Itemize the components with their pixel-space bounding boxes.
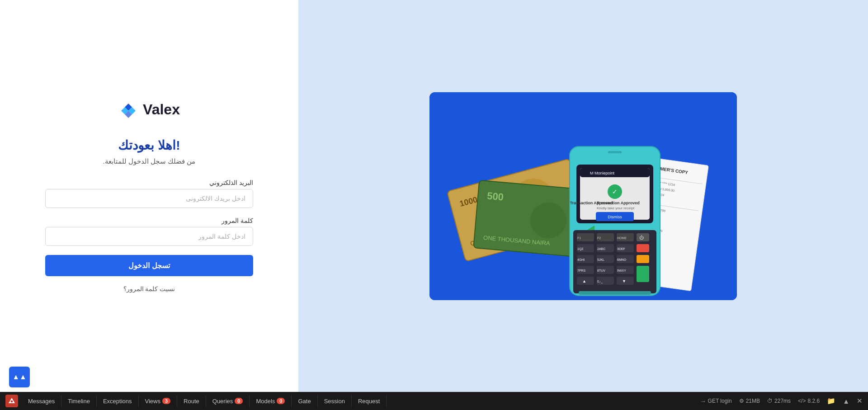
debug-folder-icon[interactable]: 📁 (827, 397, 835, 405)
debug-tab-route[interactable]: Route (177, 395, 206, 407)
debug-expand-icon[interactable]: ▲ (843, 397, 849, 405)
svg-text:6MNO: 6MNO (617, 258, 627, 261)
arrow-right-icon: → (700, 398, 706, 405)
queries-badge: 0 (235, 398, 243, 404)
svg-text:F1: F1 (577, 236, 581, 240)
welcome-subtitle: من فضلك سجل الدخول للمتابعة. (45, 157, 253, 165)
logo-area: Valex (118, 100, 180, 120)
debug-version: </> 8.2.6 (798, 398, 820, 404)
models-badge: 0 (277, 398, 285, 404)
svg-text:✓: ✓ (612, 188, 618, 195)
debug-tab-gate[interactable]: Gate (292, 395, 317, 407)
debug-tab-request[interactable]: Request (352, 395, 387, 407)
svg-rect-29 (608, 151, 622, 153)
debug-toolbar: Messages Timeline Exceptions Views 3 Rou… (0, 392, 868, 410)
debug-close-icon[interactable]: ✕ (857, 397, 863, 405)
svg-text:4GHI: 4GHI (577, 258, 585, 261)
debug-tab-queries[interactable]: Queries 0 (206, 395, 250, 407)
svg-text:M Moniepoint: M Moniepoint (590, 171, 615, 175)
svg-text:Transaction Approved: Transaction Approved (597, 201, 640, 205)
svg-text:▲: ▲ (582, 279, 586, 283)
forgot-password-link[interactable]: نسيت كلمة المرور؟ (45, 285, 253, 292)
svg-rect-57 (637, 244, 649, 252)
svg-text:8TUV: 8TUV (597, 269, 605, 272)
login-form: !اهلا بعودتك من فضلك سجل الدخول للمتابعة… (45, 138, 253, 292)
views-badge: 3 (162, 398, 170, 404)
debug-time: ⏱ 227ms (767, 398, 791, 404)
email-label: البريد الذلكتروني (45, 179, 253, 186)
svg-text:1QZ: 1QZ (577, 247, 584, 251)
debug-right-info: → GET login ⚙ 21MB ⏱ 227ms </> 8.2.6 📁 ▲… (700, 397, 863, 405)
svg-text:500: 500 (486, 190, 504, 203)
svg-text:Dismiss: Dismiss (608, 215, 622, 219)
scroll-up-icon: ▲▲ (12, 373, 27, 381)
valex-diamond-icon (118, 100, 138, 120)
svg-text:Kindly take your receipt: Kindly take your receipt (597, 206, 635, 210)
login-button[interactable]: تسجل الدخول (45, 255, 253, 276)
password-label: كلمة المرور (45, 217, 253, 224)
password-input[interactable] (45, 227, 253, 246)
svg-rect-71 (637, 266, 649, 282)
svg-text:F2: F2 (597, 236, 601, 240)
debug-tab-session[interactable]: Session (318, 395, 352, 407)
debug-tab-models[interactable]: Models 0 (250, 395, 292, 407)
svg-rect-64 (637, 255, 649, 263)
debug-logo-icon (8, 397, 16, 405)
logo-text: Valex (143, 101, 180, 118)
code-icon: </> (798, 398, 806, 404)
right-panel: 1000 CENTRAL BANK 500 ONE THOUSAND NAIRA (298, 0, 868, 392)
hero-image: 1000 CENTRAL BANK 500 ONE THOUSAND NAIRA (429, 92, 737, 300)
scroll-up-button[interactable]: ▲▲ (9, 367, 30, 387)
clock-icon: ⏱ (767, 398, 773, 404)
left-panel: Valex !اهلا بعودتك من فضلك سجل الدخول لل… (0, 0, 298, 392)
svg-rect-78 (579, 291, 651, 295)
svg-text:3DEF: 3DEF (617, 247, 625, 250)
svg-text:▼: ▼ (622, 279, 626, 283)
debug-tab-views[interactable]: Views 3 (139, 395, 178, 407)
svg-text:HOME: HOME (617, 236, 627, 240)
debug-tab-exceptions[interactable]: Exceptions (97, 395, 139, 407)
svg-text:5JKL: 5JKL (597, 258, 604, 261)
svg-text:⏻: ⏻ (639, 235, 644, 240)
debug-tab-messages[interactable]: Messages (22, 395, 61, 407)
email-input[interactable] (45, 189, 253, 208)
debug-memory: ⚙ 21MB (739, 398, 760, 404)
debug-tab-timeline[interactable]: Timeline (61, 395, 97, 407)
debug-logo (5, 395, 18, 407)
svg-text:0,-_: 0,-_ (597, 280, 603, 283)
gear-icon: ⚙ (739, 398, 744, 404)
svg-text:7PRS: 7PRS (577, 269, 586, 272)
pos-illustration: 1000 CENTRAL BANK 500 ONE THOUSAND NAIRA (429, 92, 737, 300)
debug-get-login: → GET login (700, 398, 732, 405)
welcome-title: !اهلا بعودتك (45, 138, 253, 153)
svg-text:2ABC: 2ABC (597, 247, 605, 250)
svg-text:9WXY: 9WXY (617, 269, 626, 272)
svg-rect-79 (11, 401, 13, 402)
